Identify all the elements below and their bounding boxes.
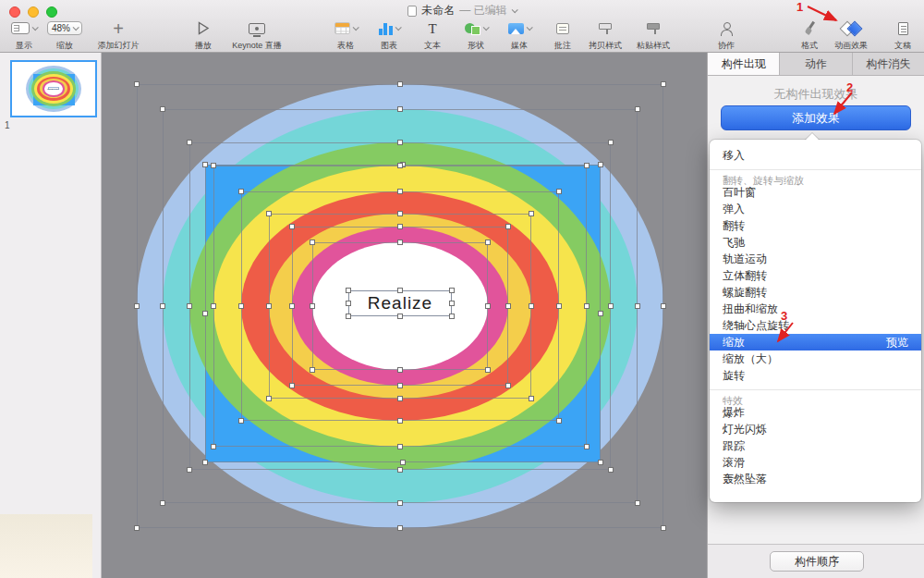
selection-handle[interactable] — [346, 314, 351, 319]
selection-handle[interactable] — [289, 224, 295, 229]
selection-handle[interactable] — [160, 303, 165, 309]
toolbar-document-button[interactable]: 文稿 — [882, 19, 923, 50]
selection-handle[interactable] — [449, 314, 455, 319]
selection-handle[interactable] — [529, 211, 534, 216]
menu-item[interactable]: 飞驰 — [710, 234, 921, 251]
selection-handle[interactable] — [661, 525, 666, 531]
toolbar-collaborate-button[interactable]: 协作 — [706, 19, 747, 50]
menu-item-preview-label[interactable]: 预览 — [886, 334, 908, 350]
menu-item[interactable]: 移入 — [710, 147, 921, 164]
selection-handle[interactable] — [584, 303, 590, 309]
selection-handle[interactable] — [266, 211, 272, 216]
selection-handle[interactable] — [397, 81, 403, 87]
selection-handle[interactable] — [397, 211, 403, 216]
toolbar-add-slide-button[interactable]: + 添加幻灯片 — [89, 19, 148, 50]
toolbar-format-button[interactable]: 格式 — [789, 19, 830, 50]
toolbar-table-button[interactable]: 表格 — [327, 19, 364, 50]
selection-handle[interactable] — [608, 467, 614, 473]
selection-handle[interactable] — [485, 303, 491, 309]
selection-handle[interactable] — [134, 81, 140, 87]
selection-handle[interactable] — [400, 460, 406, 465]
selection-handle[interactable] — [397, 418, 403, 424]
selection-handle[interactable] — [397, 163, 403, 168]
selection-handle[interactable] — [505, 224, 511, 229]
selection-handle[interactable] — [661, 303, 666, 309]
slide-canvas[interactable]: Realize — [102, 53, 707, 578]
add-effect-button[interactable]: 添加效果 — [721, 105, 911, 130]
selection-handle[interactable] — [449, 288, 455, 293]
selection-handle[interactable] — [211, 303, 216, 309]
selection-handle[interactable] — [202, 460, 208, 465]
selection-handle[interactable] — [202, 311, 208, 316]
slide-thumbnail[interactable]: Realize — [10, 60, 97, 117]
selection-handle[interactable] — [505, 303, 511, 309]
tab-build-out[interactable]: 构件消失 — [853, 53, 924, 75]
toolbar-keynote-live-button[interactable]: Keynote 直播 — [225, 19, 288, 50]
selection-handle[interactable] — [310, 303, 315, 309]
selection-handle[interactable] — [584, 163, 590, 168]
selection-handle[interactable] — [211, 444, 216, 449]
toolbar-animate-button[interactable]: 动画效果 — [829, 19, 873, 50]
toolbar-zoom-control[interactable]: 48% 缩放 — [46, 19, 83, 50]
selection-handle[interactable] — [134, 525, 140, 531]
toolbar-play-button[interactable]: 播放 — [183, 19, 224, 50]
selection-handle[interactable] — [238, 303, 244, 309]
selection-handle[interactable] — [187, 140, 192, 145]
selection-handle[interactable] — [397, 240, 403, 245]
selection-handle[interactable] — [529, 396, 534, 401]
selection-handle[interactable] — [505, 383, 511, 388]
selection-handle[interactable] — [556, 418, 562, 424]
selection-handle[interactable] — [556, 189, 562, 194]
selection-handle[interactable] — [661, 81, 666, 87]
selection-handle[interactable] — [397, 525, 403, 531]
selection-handle[interactable] — [310, 240, 315, 245]
menu-item[interactable]: 立体翻转 — [710, 267, 921, 284]
selection-handle[interactable] — [160, 106, 165, 112]
menu-item[interactable]: 轰然坠落 — [710, 471, 921, 487]
selection-handle[interactable] — [397, 314, 403, 319]
selection-handle[interactable] — [397, 106, 403, 112]
toolbar-chart-button[interactable]: 图表 — [371, 19, 407, 50]
tab-build-in[interactable]: 构件出现 — [708, 53, 780, 75]
selection-handle[interactable] — [598, 162, 603, 167]
selection-handle[interactable] — [584, 444, 590, 449]
selection-handle[interactable] — [134, 303, 140, 309]
selection-handle[interactable] — [397, 444, 403, 449]
toolbar-copy-style-button[interactable]: 拷贝样式 — [583, 19, 627, 50]
selection-handle[interactable] — [266, 303, 272, 309]
selection-handle[interactable] — [397, 288, 403, 293]
zoom-value-dropdown[interactable]: 48% — [47, 21, 82, 35]
selection-handle[interactable] — [211, 163, 216, 168]
selection-handle[interactable] — [397, 189, 403, 194]
selection-handle[interactable] — [397, 367, 403, 373]
selection-handle[interactable] — [556, 303, 562, 309]
selection-handle[interactable] — [397, 224, 403, 229]
selection-handle[interactable] — [202, 162, 208, 167]
title-chevron-down-icon[interactable] — [511, 6, 517, 13]
selection-handle[interactable] — [485, 240, 491, 245]
menu-item[interactable]: 旋转 — [710, 367, 921, 384]
menu-item[interactable]: 缩放（大） — [710, 350, 921, 367]
selection-handle[interactable] — [598, 460, 603, 465]
toolbar-comment-button[interactable]: 批注 — [544, 19, 581, 50]
selection-handle[interactable] — [238, 418, 244, 424]
selection-handle[interactable] — [397, 467, 403, 473]
selection-handle[interactable] — [635, 106, 640, 112]
toolbar-text-button[interactable]: 文本 — [414, 19, 451, 50]
selection-handle[interactable] — [187, 303, 192, 309]
menu-item[interactable]: 扭曲和缩放 — [710, 301, 921, 317]
selection-handle[interactable] — [449, 301, 455, 306]
selection-handle[interactable] — [346, 288, 351, 293]
toolbar-view-button[interactable]: 显示 — [6, 19, 43, 50]
menu-item[interactable]: 灯光闪烁 — [710, 421, 921, 437]
selection-handle[interactable] — [635, 303, 640, 309]
selection-handle[interactable] — [187, 467, 192, 473]
selection-handle[interactable] — [289, 303, 295, 309]
menu-item[interactable]: 轨道运动 — [710, 251, 921, 267]
toolbar-media-button[interactable]: 媒体 — [501, 19, 538, 50]
toolbar-paste-style-button[interactable]: 粘贴样式 — [631, 19, 675, 50]
build-order-button[interactable]: 构件顺序 — [770, 551, 864, 572]
menu-item[interactable]: 绕轴心点旋转 — [710, 317, 921, 334]
selection-handle[interactable] — [160, 500, 165, 506]
selection-handle[interactable] — [397, 396, 403, 401]
